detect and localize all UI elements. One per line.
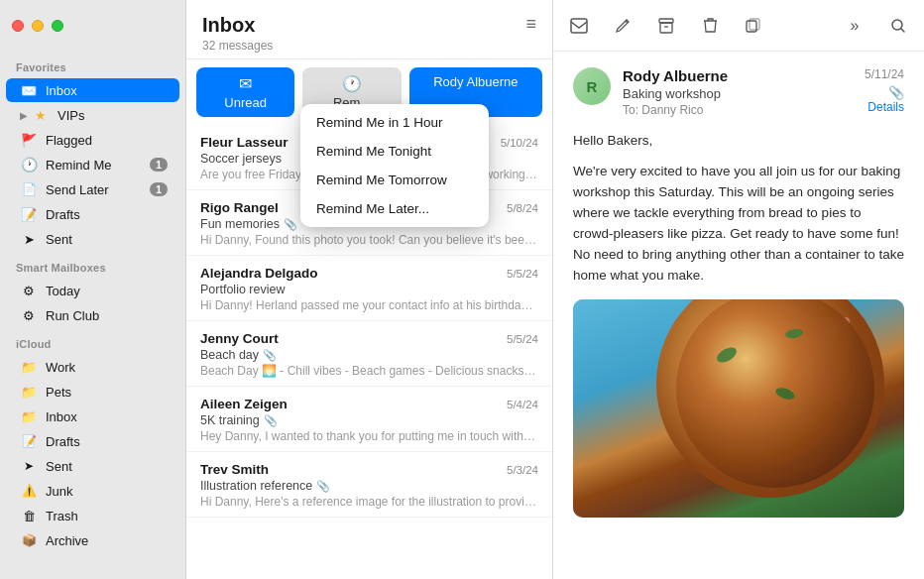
email-date: 5/11/24 [865,67,904,81]
message-date: 5/5/24 [507,268,538,280]
attachment-icon: 📎 [263,349,277,362]
icloud-drafts-icon: 📝 [20,432,38,450]
message-list: Inbox 32 messages ≡ ✉ Unread 🕐 Rem... Ro… [186,0,553,579]
zoom-button[interactable] [52,20,63,32]
attachment-icon: 📎 [284,218,297,231]
list-item[interactable]: Alejandra Delgado 5/5/24 Portfolio revie… [186,256,552,321]
more-toolbar-icon[interactable]: » [841,12,868,40]
svg-rect-2 [660,23,672,33]
message-preview: Hi Danny, Here's a reference image for t… [200,495,538,509]
message-date: 5/3/24 [507,464,538,476]
remind-me-badge: 1 [150,158,168,172]
move-toolbar-icon[interactable] [740,12,767,40]
sidebar-item-run-club[interactable]: ⚙ Run Club [6,303,179,327]
minimize-button[interactable] [32,20,44,32]
message-date: 5/8/24 [507,202,538,214]
archive-folder-icon: 📦 [20,531,38,549]
list-item[interactable]: Jenny Court 5/5/24 Beach day 📎 Beach Day… [186,321,552,387]
sidebar-item-icloud-drafts[interactable]: 📝 Drafts [6,429,179,453]
email-from: Rody Albuerne [623,67,853,84]
remind-later[interactable]: Remind Me Later... [300,194,489,223]
message-subject: 5K training 📎 [200,413,538,427]
sidebar: Favorites ✉️ Inbox ▶ ★ VIPs 🚩 Flagged 🕐 … [0,0,186,579]
sidebar-item-today[interactable]: ⚙ Today [6,279,179,302]
remind-1-hour[interactable]: Remind Me in 1 Hour [300,108,489,137]
sidebar-item-inbox[interactable]: ✉️ Inbox [6,78,179,102]
sidebar-item-trash[interactable]: 🗑 Trash [6,504,179,527]
unread-filter-label: Unread [224,95,267,110]
email-greeting: Hello Bakers, [573,131,904,152]
archive-toolbar-icon[interactable] [652,12,680,40]
remind-tomorrow[interactable]: Remind Me Tomorrow [300,166,489,194]
favorites-label: Favorites [0,52,185,77]
sender-name: Fleur Lasseur [200,135,289,150]
sidebar-item-drafts[interactable]: 📝 Drafts [6,202,179,226]
inbox-icon: ✉️ [20,81,38,99]
list-item[interactable]: Aileen Zeigen 5/4/24 5K training 📎 Hey D… [186,387,552,452]
unread-filter-icon: ✉ [239,74,252,93]
reminders-filter-icon: 🕐 [342,74,362,93]
remind-tonight[interactable]: Remind Me Tonight [300,137,489,166]
sidebar-item-work[interactable]: 📁 Work [6,355,179,379]
email-to: To: Danny Rico [623,103,853,117]
message-preview: Beach Day 🌅 - Chill vibes - Beach games … [200,364,538,378]
send-later-icon: 📄 [20,180,38,198]
message-list-header: Inbox 32 messages ≡ [186,0,552,59]
svg-rect-0 [571,19,587,33]
email-header-right: 5/11/24 📎 Details [865,67,904,117]
star-icon: ★ [32,106,50,124]
detail-toolbar: » [553,0,924,52]
search-toolbar-icon[interactable] [884,12,912,40]
message-subject: Portfolio review [200,283,538,296]
icloud-inbox-icon: 📁 [20,407,38,425]
window-controls [0,0,185,52]
close-button[interactable] [12,20,24,32]
sender-name: Trev Smith [200,462,269,477]
detail-panel: » R Rody Albuerne Baking workshop To: Da… [553,0,924,579]
message-preview: Hi Danny! Herland passed me your contact… [200,298,538,312]
sent-icon: ➤ [20,230,38,248]
icloud-label: iCloud [0,328,185,354]
sender-name: Aileen Zeigen [200,397,288,411]
junk-icon: ⚠️ [20,482,38,500]
sidebar-item-icloud-sent[interactable]: ➤ Sent [6,454,179,478]
message-subject: Beach day 📎 [200,348,538,362]
pets-folder-icon: 📁 [20,383,38,401]
sender-avatar: R [573,67,611,105]
list-item[interactable]: Trev Smith 5/3/24 Illustration reference… [186,452,552,518]
message-count: 32 messages [202,39,273,53]
compose-toolbar-icon[interactable] [609,12,636,40]
sidebar-item-flagged[interactable]: 🚩 Flagged [6,128,179,152]
sidebar-item-send-later[interactable]: 📄 Send Later 1 [6,177,179,201]
sidebar-item-pets[interactable]: 📁 Pets [6,380,179,404]
sidebar-item-icloud-inbox[interactable]: 📁 Inbox [6,405,179,428]
sidebar-item-vips[interactable]: ▶ ★ VIPs [6,103,179,127]
message-preview: Hi Danny, Found this photo you took! Can… [200,233,538,247]
sender-name: Rigo Rangel [200,200,279,215]
email-paragraph: We're very excited to have you all join … [573,162,904,287]
remind-me-dropdown: Remind Me in 1 Hour Remind Me Tonight Re… [300,104,489,227]
email-header: R Rody Albuerne Baking workshop To: Dann… [573,67,904,117]
sidebar-item-archive[interactable]: 📦 Archive [6,528,179,552]
sidebar-item-junk[interactable]: ⚠️ Junk [6,479,179,503]
drafts-icon: 📝 [20,205,38,223]
unread-filter-button[interactable]: ✉ Unread [196,67,294,117]
sidebar-item-remind-me[interactable]: 🕐 Remind Me 1 [6,153,179,176]
clock-icon: 🕐 [20,156,38,174]
attachment-icon: 📎 [316,480,330,493]
sender-name: Alejandra Delgado [200,266,318,281]
detail-content: R Rody Albuerne Baking workshop To: Dann… [553,52,924,579]
today-icon: ⚙ [20,282,38,299]
send-later-badge: 1 [150,182,168,196]
email-image [573,299,904,518]
message-subject: Illustration reference 📎 [200,479,538,493]
filter-row: ✉ Unread 🕐 Rem... Rody Albuerne Remind M… [186,59,552,125]
smart-mailboxes-label: Smart Mailboxes [0,252,185,278]
filter-icon[interactable]: ≡ [525,14,536,35]
mail-toolbar-icon[interactable] [565,12,593,40]
trash-toolbar-icon[interactable] [696,12,724,40]
inbox-title: Inbox [202,14,273,37]
details-link[interactable]: Details [865,100,904,114]
folder-icon: 📁 [20,358,38,376]
sidebar-item-sent[interactable]: ➤ Sent [6,227,179,251]
